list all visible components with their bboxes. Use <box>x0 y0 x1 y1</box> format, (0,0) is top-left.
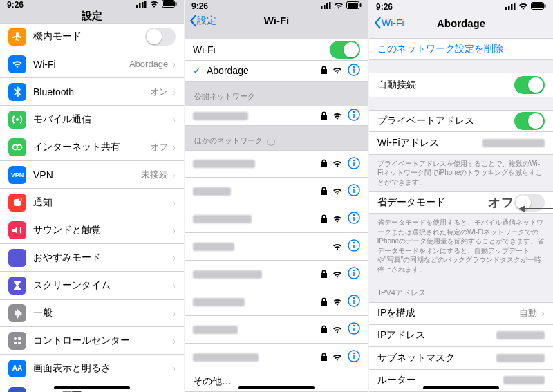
row-label: 通知 <box>33 196 168 209</box>
wifi-network-row[interactable] <box>185 205 368 233</box>
svg-rect-22 <box>329 2 331 9</box>
row-label: Wi-Fiアドレス <box>377 137 482 149</box>
home-indicator[interactable] <box>54 386 130 389</box>
wifi-network-row[interactable] <box>185 150 368 178</box>
row-label: スクリーンタイム <box>33 279 168 292</box>
svg-point-49 <box>354 298 355 299</box>
vpn-icon: VPN <box>8 166 26 184</box>
wifi-detail-screen: 9:26 Wi-Fi Abordage このネットワーク設定を削除 自動接続 プ… <box>369 0 553 392</box>
wifi-network-row[interactable] <box>185 178 368 205</box>
info-icon[interactable] <box>348 350 360 364</box>
wifi-strength-icon <box>332 65 342 76</box>
svg-rect-13 <box>14 342 17 344</box>
low-data-mode-row[interactable]: 省データモード オフ <box>369 191 553 214</box>
setting-row-display[interactable]: AA 画面表示と明るさ › <box>0 355 184 382</box>
ip-config-row[interactable]: IPを構成 自動 › <box>369 302 553 325</box>
back-button[interactable]: Wi-Fi <box>373 17 404 29</box>
wifi-address-value-blurred <box>482 139 545 147</box>
back-label: 設定 <box>197 15 216 27</box>
network-name: Abordage <box>207 65 321 76</box>
wifi-network-row[interactable] <box>185 344 368 371</box>
home-indicator[interactable] <box>423 386 499 389</box>
wifi-network-row[interactable] <box>185 316 368 344</box>
row-value: Abordage <box>129 59 168 69</box>
annotation-arrow-icon <box>517 204 553 216</box>
setting-row-wifi[interactable]: Wi-Fi Abordage › <box>0 50 184 78</box>
info-icon[interactable] <box>348 184 360 198</box>
gear-icon <box>8 304 26 322</box>
network-name-blurred <box>193 160 255 168</box>
wifi-connected-row[interactable]: ✓ Abordage <box>185 61 368 82</box>
svg-rect-21 <box>326 3 328 9</box>
setting-row-vpn[interactable]: VPN VPN 未接続 › <box>0 161 184 189</box>
wifi-network-row[interactable] <box>185 288 368 316</box>
wifi-toggle-row[interactable]: Wi-Fi <box>185 39 368 62</box>
setting-row-screentime[interactable]: スクリーンタイム › <box>0 272 184 299</box>
chevron-right-icon: › <box>172 280 176 291</box>
setting-row-general[interactable]: 一般 › <box>0 299 184 327</box>
wifi-switch[interactable] <box>330 41 360 59</box>
info-icon[interactable] <box>348 212 360 226</box>
svg-rect-1 <box>139 3 141 8</box>
wifi-strength-icon <box>332 241 342 252</box>
svg-point-28 <box>354 66 355 67</box>
auto-join-switch[interactable] <box>514 76 545 94</box>
info-icon[interactable] <box>348 322 360 337</box>
row-label: Wi-Fi <box>33 59 129 70</box>
setting-row-hotspot[interactable]: インターネット共有 オフ › <box>0 133 184 161</box>
home-indicator[interactable] <box>238 386 315 389</box>
wifi-network-row[interactable] <box>185 233 368 261</box>
info-icon[interactable] <box>348 267 360 281</box>
svg-rect-5 <box>163 1 174 6</box>
private-address-row[interactable]: プライベートアドレス <box>369 110 553 133</box>
back-button[interactable]: 設定 <box>189 15 216 27</box>
chevron-right-icon: › <box>172 59 176 70</box>
svg-rect-57 <box>508 6 510 10</box>
setting-row-airplane[interactable]: 機内モード <box>0 23 184 50</box>
chevron-right-icon: › <box>172 363 176 374</box>
wifi-strength-icon <box>332 324 342 335</box>
row-value: 未接続 <box>141 169 168 181</box>
info-icon[interactable] <box>348 295 360 309</box>
chevron-right-icon: › <box>172 308 176 319</box>
navbar: Wi-Fi Abordage <box>369 13 553 32</box>
control-center-icon <box>8 332 26 350</box>
display-icon: AA <box>8 360 26 377</box>
lock-icon <box>321 324 327 335</box>
chevron-left-icon <box>373 17 382 29</box>
info-icon[interactable] <box>348 157 360 171</box>
private-address-switch[interactable] <box>514 112 545 130</box>
auto-join-row[interactable]: 自動接続 <box>369 73 553 97</box>
setting-row-sound[interactable]: サウンドと触覚 › <box>0 216 184 244</box>
setting-row-notifications[interactable]: 通知 › <box>0 189 184 216</box>
chevron-right-icon: › <box>172 252 176 263</box>
info-icon[interactable] <box>348 239 360 254</box>
svg-point-31 <box>354 112 355 113</box>
svg-rect-24 <box>348 3 358 8</box>
lock-icon <box>321 214 327 225</box>
airplane-switch[interactable] <box>145 28 176 46</box>
chevron-right-icon: › <box>172 114 176 125</box>
row-label: VPN <box>33 169 141 180</box>
status-bar: 9:26 <box>0 0 184 10</box>
lock-icon <box>321 297 327 308</box>
info-icon[interactable] <box>348 109 360 123</box>
svg-rect-62 <box>545 4 546 8</box>
low-data-footer: 省データモードを使用すると、モバイル通信ネットワークまたは選択された特定のWi-… <box>369 214 553 278</box>
chevron-right-icon: › <box>541 308 545 319</box>
svg-rect-56 <box>505 7 507 10</box>
info-icon[interactable] <box>348 64 360 78</box>
forget-network-row[interactable]: このネットワーク設定を削除 <box>369 38 553 61</box>
bluetooth-icon <box>8 83 26 101</box>
setting-row-control-center[interactable]: コントロールセンター › <box>0 327 184 355</box>
row-label: ルーター <box>377 374 503 386</box>
row-label: モバイル通信 <box>33 113 168 126</box>
setting-row-bluetooth[interactable]: Bluetooth オン › <box>0 78 184 106</box>
setting-row-dnd[interactable]: おやすみモード › <box>0 244 184 272</box>
wifi-network-row[interactable] <box>185 261 368 288</box>
chevron-right-icon: › <box>172 225 176 236</box>
chevron-right-icon: › <box>172 86 176 97</box>
wifi-network-row[interactable] <box>185 106 368 127</box>
network-name-blurred <box>193 353 259 362</box>
setting-row-cellular[interactable]: モバイル通信 › <box>0 106 184 133</box>
